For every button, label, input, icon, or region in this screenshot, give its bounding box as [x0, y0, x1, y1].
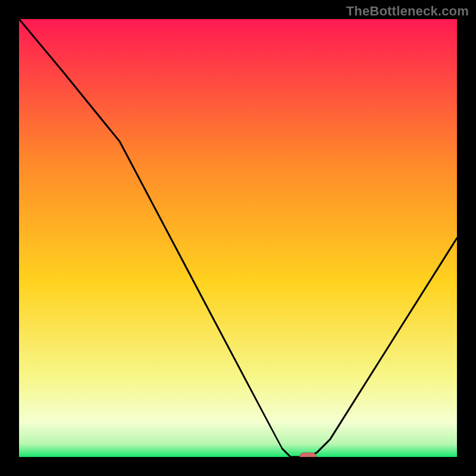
attribution-label: TheBottleneck.com — [346, 4, 469, 19]
plot-svg — [19, 19, 457, 457]
plot-area — [19, 19, 457, 457]
chart-frame: TheBottleneck.com — [0, 0, 476, 476]
optimal-marker — [300, 453, 317, 457]
gradient-background — [19, 19, 457, 457]
